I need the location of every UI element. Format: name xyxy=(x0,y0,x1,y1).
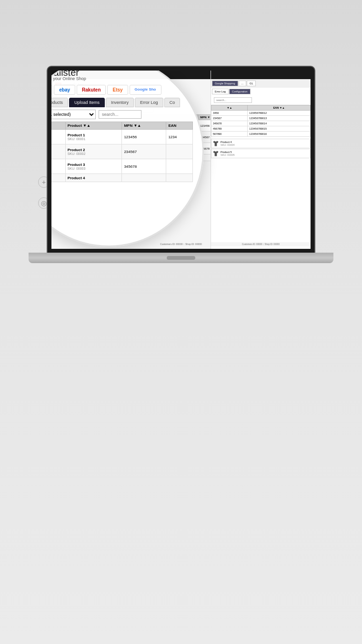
right-table-row: 345678 123456789014 xyxy=(211,121,311,126)
mag-col-mpn: MPN ▼▲ xyxy=(122,122,166,130)
magnify-glass: m agnalister ...boost your Online Shop a… xyxy=(51,71,204,247)
mag-search-input[interactable] xyxy=(99,110,141,119)
mag-tab-ebay[interactable]: ebay xyxy=(54,85,75,95)
right-table-row: 3456 123456789012 xyxy=(211,111,311,116)
right-ean-cell: 123456789016 xyxy=(248,132,311,137)
mag-filter-row: Selection (1 selected) xyxy=(51,110,193,119)
mag-col-image: Image xyxy=(51,122,65,130)
right-col-ean: EAN ▼▲ xyxy=(248,105,311,111)
mag-table-row: Product 4 xyxy=(51,174,193,182)
right-mpn-cell: 567890 xyxy=(211,132,248,137)
mag-row-product: Product 3 SKU: 00003 xyxy=(65,159,122,174)
product5-icon xyxy=(212,150,219,157)
mag-selection-dropdown[interactable]: Selection (1 selected) xyxy=(51,110,96,119)
right-table-row: 456789 123456789015 xyxy=(211,126,311,132)
mag-row-image xyxy=(51,144,65,159)
mag-row-product: Product 4 xyxy=(65,174,122,182)
product4-icon xyxy=(212,140,219,147)
right-sub-config[interactable]: Configuration xyxy=(229,89,251,94)
right-ean-cell: 123456789013 xyxy=(248,116,311,121)
right-tab-gl[interactable]: GL xyxy=(247,81,256,86)
right-footer: Customers ID: 00000 :: Shop ID: 00000 xyxy=(211,242,311,246)
mag-subtab-config[interactable]: Co xyxy=(164,98,181,107)
mag-row-mpn xyxy=(122,174,166,182)
right-ean-cell: 123456789014 xyxy=(248,121,311,126)
mag-table-row: Product 2 SKU: 00002 234567 xyxy=(51,144,193,159)
mag-row-product: Product 2 SKU: 00002 xyxy=(65,144,122,159)
product5-info: Product 5 SKU: 00005 xyxy=(221,151,235,156)
mag-tab-rakuten[interactable]: Rakuten xyxy=(77,85,106,95)
right-topbar xyxy=(211,71,311,79)
right-panel: Google Shopping ... GL Error Log Configu… xyxy=(211,71,311,249)
right-mpn-cell: 456789 xyxy=(211,126,248,132)
mag-row-ean xyxy=(166,144,193,159)
right-search-input[interactable] xyxy=(214,97,252,103)
right-product5: Product 5 SKU: 00005 xyxy=(211,149,311,158)
product4-info: Product 4 SKU: 00004 xyxy=(221,141,235,146)
right-marketplace-tabs: Google Shopping ... GL xyxy=(211,79,311,88)
right-mpn-cell: 234567 xyxy=(211,116,248,121)
mag-tab-amazon[interactable]: amazon xyxy=(51,85,52,95)
right-col-mpn: ▼▲ xyxy=(211,105,248,111)
mag-row-mpn: 345678 xyxy=(122,159,166,174)
right-mpn-cell: 345678 xyxy=(211,121,248,126)
mag-tab-google[interactable]: Google Sho xyxy=(130,85,161,95)
right-search-area xyxy=(211,95,311,105)
mag-product-table: Image Product ▼▲ MPN ▼▲ EAN ✓ xyxy=(51,122,193,182)
mag-subtab-inventory[interactable]: Inventory xyxy=(106,98,134,107)
right-tab-dots[interactable]: ... xyxy=(239,81,247,86)
mag-row-mpn: 123456 xyxy=(122,130,166,144)
mag-row-image xyxy=(51,159,65,174)
mag-subtab-error[interactable]: Error Log xyxy=(135,98,163,107)
mag-col-ean: EAN xyxy=(166,122,193,130)
mag-col-product: Product ▼▲ xyxy=(65,122,122,130)
right-sub-error[interactable]: Error Log xyxy=(212,89,229,94)
mag-sub-tabs: Prepare Products Upload Items Inventory … xyxy=(51,98,193,107)
mag-logo: m agnalister ...boost your Online Shop xyxy=(51,71,193,81)
mag-subtab-prepare[interactable]: Prepare Products xyxy=(51,98,68,107)
right-ean-cell: 123456789015 xyxy=(248,126,311,132)
right-product4: Product 4 SKU: 00004 xyxy=(211,139,311,148)
mag-row-ean xyxy=(166,174,193,182)
right-tab-google[interactable]: Google Shopping xyxy=(212,81,238,86)
mag-marketplace-tabs: amazon ebay Rakuten Etsy Google Sho xyxy=(51,85,193,95)
laptop-screen: m agnalister ...boost your Online Shop a… xyxy=(48,67,314,253)
laptop-base xyxy=(29,253,333,263)
mag-row-ean: 1234 xyxy=(166,130,193,144)
magnify-content: m agnalister ...boost your Online Shop a… xyxy=(51,71,202,245)
right-table-row: 567890 123456789016 xyxy=(211,132,311,137)
mag-row-image xyxy=(51,130,65,144)
mag-row-product: Product 1 SKU: 00001 xyxy=(65,130,122,144)
mag-subtab-upload[interactable]: Upload Items xyxy=(69,98,105,107)
right-product-table: ▼▲ EAN ▼▲ 3456 123456789012 23 xyxy=(211,105,311,137)
screen-inner: m agnalister ...boost your Online Shop a… xyxy=(51,71,311,249)
mag-logo-text-wrap: agnalister ...boost your Online Shop xyxy=(51,71,86,81)
mag-tab-etsy[interactable]: Etsy xyxy=(107,85,128,95)
right-sub-tabs: Error Log Configuration xyxy=(211,88,311,95)
mag-logo-tagline: ...boost your Online Shop xyxy=(51,76,86,81)
laptop-device: m agnalister ...boost your Online Shop a… xyxy=(10,67,352,263)
mag-table-row: ✓ Product 1 SKU: 00001 xyxy=(51,130,193,144)
right-ean-cell: 123456789012 xyxy=(248,111,311,116)
right-mpn-cell: 3456 xyxy=(211,111,248,116)
mag-row-ean xyxy=(166,159,193,174)
mag-table-row: Product 3 SKU: 00003 345678 xyxy=(51,159,193,174)
mag-row-image xyxy=(51,174,65,182)
right-table-row: 234567 123456789013 xyxy=(211,116,311,121)
mag-row-mpn: 234567 xyxy=(122,144,166,159)
